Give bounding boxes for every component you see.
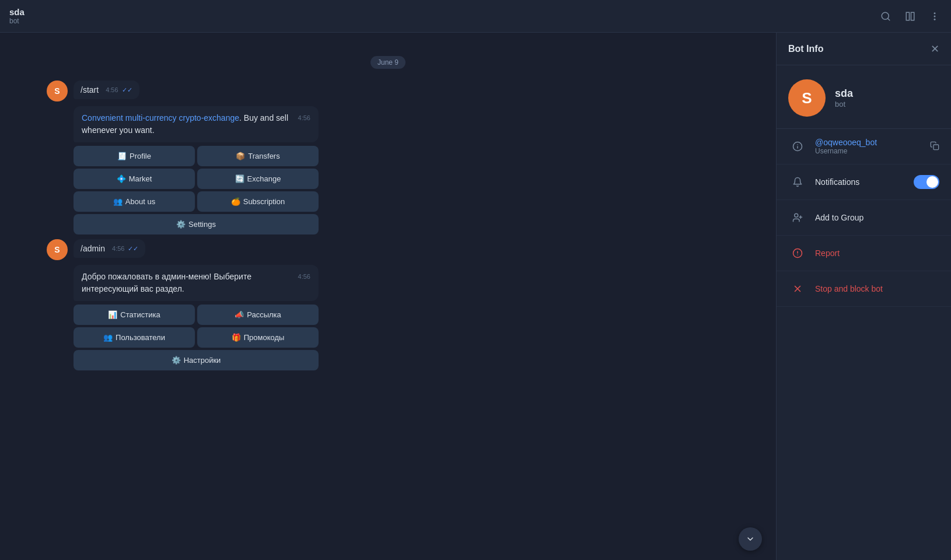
panel-item-stop-block[interactable]: Stop and block bot	[777, 271, 951, 307]
msg-group-command1: S /start 4:56 ✓✓	[47, 80, 729, 102]
bot-bubble-1: 4:56 Convenient multi-currency crypto-ex…	[74, 106, 319, 142]
keyboard-admin-row-3: ⚙️ Настройки	[74, 350, 319, 370]
bot-bubble-2: 4:56 Добро пожаловать в админ-меню! Выбе…	[74, 265, 319, 301]
scroll-to-bottom-button[interactable]	[739, 527, 762, 551]
msg-time-1: 4:56	[298, 113, 310, 123]
report-icon	[788, 244, 807, 262]
msg-time-2: 4:56	[298, 272, 310, 282]
report-label: Report	[815, 249, 939, 258]
keyboard-row-3: 👥 About us 🍊 Subscription	[74, 191, 319, 212]
kb-btn-users[interactable]: 👥 Пользователи	[74, 327, 195, 348]
msg-link[interactable]: Convenient multi-currency crypto-exchang…	[82, 113, 239, 123]
kb-btn-promo[interactable]: 🎁 Промокоды	[197, 327, 319, 348]
messages-container: June 9 S /start 4:56 ✓✓ S 4:56	[0, 33, 776, 560]
panel-item-notifications[interactable]: Notifications	[777, 164, 951, 200]
bell-icon	[788, 173, 807, 191]
keyboard-admin-row-2: 👥 Пользователи 🎁 Промокоды	[74, 327, 319, 348]
copy-action	[930, 141, 939, 152]
panel-item-report[interactable]: Report	[777, 236, 951, 271]
username-value: @oqweooeq_bot	[815, 138, 922, 147]
msg-content-bot2: 4:56 Добро пожаловать в админ-меню! Выбе…	[74, 265, 319, 370]
svg-point-5	[934, 15, 936, 17]
command-message-2: /admin 4:56 ✓✓	[74, 239, 145, 258]
msg-group-command2: S /admin 4:56 ✓✓	[47, 239, 729, 260]
close-panel-button[interactable]: ✕	[931, 43, 939, 55]
panel-header: Bot Info ✕	[777, 33, 951, 65]
chat-subtitle: bot	[9, 17, 25, 25]
svg-point-4	[934, 12, 936, 14]
date-badge: June 9	[370, 56, 405, 69]
keyboard-1: 🧾 Profile 📦 Transfers 💠 Market 🔄 Exchang…	[74, 146, 319, 235]
svg-point-11	[795, 214, 798, 217]
add-group-content: Add to Group	[815, 213, 939, 222]
kb-btn-stats[interactable]: 📊 Статистика	[74, 304, 195, 325]
kb-btn-broadcast[interactable]: 📣 Рассылка	[197, 304, 319, 325]
more-icon[interactable]	[928, 9, 942, 23]
kb-btn-profile[interactable]: 🧾 Profile	[74, 146, 195, 166]
svg-point-6	[934, 18, 936, 20]
msg-content-1: /start 4:56 ✓✓	[74, 80, 139, 100]
panel-item-username[interactable]: @oqweooeq_bot Username	[777, 129, 951, 164]
stop-block-content: Stop and block bot	[815, 284, 939, 293]
msg-group-bot2: S 4:56 Добро пожаловать в админ-меню! Вы…	[47, 265, 729, 370]
notifications-label: Notifications	[815, 177, 905, 187]
username-content: @oqweooeq_bot Username	[815, 138, 922, 155]
add-group-icon	[788, 208, 807, 227]
svg-rect-2	[906, 12, 909, 20]
bot-name: sda	[835, 88, 853, 100]
date-divider: June 9	[47, 56, 729, 69]
kb-btn-subscription[interactable]: 🍊 Subscription	[197, 191, 319, 212]
msg-content-bot1: 4:56 Convenient multi-currency crypto-ex…	[74, 106, 319, 235]
bot-type: bot	[835, 100, 853, 108]
kb-btn-exchange[interactable]: 🔄 Exchange	[197, 169, 319, 189]
command-message-1: /start 4:56 ✓✓	[74, 80, 139, 99]
kb-btn-aboutus[interactable]: 👥 About us	[74, 191, 195, 212]
bot-identity: sda bot	[835, 88, 853, 108]
notifications-content: Notifications	[815, 177, 905, 187]
svg-rect-10	[933, 145, 939, 150]
bot-avatar: S	[788, 79, 826, 117]
add-group-label: Add to Group	[815, 213, 939, 222]
topbar-info: sda bot	[9, 7, 25, 25]
username-sublabel: Username	[815, 147, 922, 155]
keyboard-2: 📊 Статистика 📣 Рассылка 👥 Пользователи 🎁…	[74, 304, 319, 370]
avatar: S	[47, 80, 68, 102]
main-layout: June 9 S /start 4:56 ✓✓ S 4:56	[0, 33, 951, 560]
svg-line-1	[887, 18, 889, 20]
kb-btn-settings[interactable]: ⚙️ Settings	[74, 214, 319, 235]
keyboard-row-1: 🧾 Profile 📦 Transfers	[74, 146, 319, 166]
topbar-actions	[879, 9, 942, 23]
stop-block-label: Stop and block bot	[815, 284, 939, 293]
msg-content-2: /admin 4:56 ✓✓	[74, 239, 145, 259]
stop-icon	[788, 279, 807, 298]
bot-info-panel: Bot Info ✕ S sda bot @oqweooeq_bot Usern…	[776, 33, 951, 560]
kb-btn-market[interactable]: 💠 Market	[74, 169, 195, 189]
panel-item-add-group[interactable]: Add to Group	[777, 200, 951, 236]
chat-title: sda	[9, 7, 25, 17]
copy-icon[interactable]	[930, 141, 939, 152]
report-content: Report	[815, 249, 939, 258]
chat-area: June 9 S /start 4:56 ✓✓ S 4:56	[0, 33, 776, 560]
keyboard-row-4: ⚙️ Settings	[74, 214, 319, 235]
svg-rect-3	[911, 12, 914, 20]
keyboard-admin-row-1: 📊 Статистика 📣 Рассылка	[74, 304, 319, 325]
topbar: sda bot	[0, 0, 951, 33]
notifications-toggle[interactable]	[914, 175, 939, 189]
msg-group-bot1: S 4:56 Convenient multi-currency crypto-…	[47, 106, 729, 235]
search-icon[interactable]	[879, 9, 893, 23]
panel-title: Bot Info	[788, 44, 823, 54]
keyboard-row-2: 💠 Market 🔄 Exchange	[74, 169, 319, 189]
columns-icon[interactable]	[903, 9, 917, 23]
avatar-2: S	[47, 239, 68, 260]
kb-btn-transfers[interactable]: 📦 Transfers	[197, 146, 319, 166]
info-icon	[788, 137, 807, 156]
bot-profile-section: S sda bot	[777, 65, 951, 129]
kb-btn-admin-settings[interactable]: ⚙️ Настройки	[74, 350, 319, 370]
